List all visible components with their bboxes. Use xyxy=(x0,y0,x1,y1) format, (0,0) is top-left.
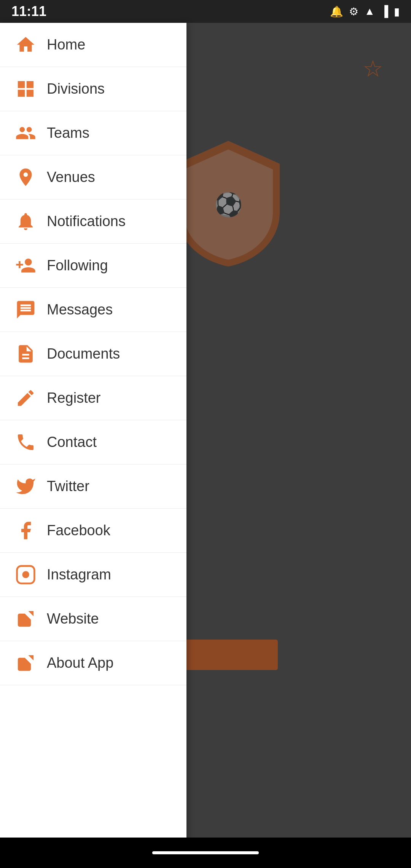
home-icon xyxy=(15,34,36,55)
sidebar-item-website-label: Website xyxy=(47,611,99,627)
instagram-icon xyxy=(15,564,36,585)
sidebar-item-register-label: Register xyxy=(47,390,101,406)
status-time: 11:11 xyxy=(11,3,46,19)
sidebar-item-twitter-label: Twitter xyxy=(47,478,89,495)
sidebar-item-following-label: Following xyxy=(47,257,108,274)
sidebar-item-home[interactable]: Home xyxy=(0,23,186,67)
sidebar-item-twitter[interactable]: Twitter xyxy=(0,464,186,509)
nav-drawer: Home Divisions Teams Venues xyxy=(0,23,186,868)
following-icon xyxy=(15,255,36,276)
sidebar-item-facebook[interactable]: Facebook xyxy=(0,509,186,553)
sidebar-item-about-app-label: About App xyxy=(47,655,113,671)
website-icon xyxy=(15,608,36,629)
sidebar-item-divisions-label: Divisions xyxy=(47,81,105,97)
navigation-bar xyxy=(0,838,411,868)
sidebar-item-documents[interactable]: Documents xyxy=(0,332,186,376)
contact-icon xyxy=(15,432,36,453)
sidebar-item-venues[interactable]: Venues xyxy=(0,155,186,199)
sidebar-item-divisions[interactable]: Divisions xyxy=(0,67,186,111)
register-icon xyxy=(15,388,36,408)
status-icons: 🔔 ⚙ ▲ ▐ ▮ xyxy=(330,5,400,18)
sidebar-item-instagram-label: Instagram xyxy=(47,566,111,583)
battery-status-icon: ▮ xyxy=(394,5,400,18)
sidebar-item-messages-label: Messages xyxy=(47,302,113,318)
settings-status-icon: ⚙ xyxy=(349,5,358,18)
sidebar-item-website[interactable]: Website xyxy=(0,597,186,641)
sidebar-item-about-app[interactable]: About App xyxy=(0,641,186,685)
sidebar-item-messages[interactable]: Messages xyxy=(0,288,186,332)
sidebar-item-register[interactable]: Register xyxy=(0,376,186,420)
status-bar: 11:11 🔔 ⚙ ▲ ▐ ▮ xyxy=(0,0,411,23)
sidebar-item-notifications[interactable]: Notifications xyxy=(0,199,186,244)
notifications-icon xyxy=(15,211,36,232)
messages-icon xyxy=(15,299,36,320)
sidebar-item-facebook-label: Facebook xyxy=(47,522,110,539)
sidebar-item-contact[interactable]: Contact xyxy=(0,420,186,464)
documents-icon xyxy=(15,343,36,364)
facebook-icon xyxy=(15,520,36,541)
sidebar-item-venues-label: Venues xyxy=(47,169,95,185)
sidebar-item-contact-label: Contact xyxy=(47,434,97,450)
sidebar-item-documents-label: Documents xyxy=(47,346,120,362)
twitter-icon xyxy=(15,476,36,497)
sidebar-item-following[interactable]: Following xyxy=(0,244,186,288)
sidebar-item-teams[interactable]: Teams xyxy=(0,111,186,155)
divisions-icon xyxy=(15,78,36,99)
about-icon xyxy=(15,653,36,673)
wifi-status-icon: ▲ xyxy=(364,5,375,18)
home-indicator[interactable] xyxy=(152,851,259,854)
teams-icon xyxy=(15,123,36,144)
sidebar-item-instagram[interactable]: Instagram xyxy=(0,553,186,597)
notification-status-icon: 🔔 xyxy=(330,5,343,18)
sidebar-item-teams-label: Teams xyxy=(47,125,89,141)
sidebar-item-home-label: Home xyxy=(47,37,85,53)
venues-icon xyxy=(15,167,36,188)
sidebar-item-notifications-label: Notifications xyxy=(47,213,126,230)
signal-status-icon: ▐ xyxy=(381,5,388,18)
